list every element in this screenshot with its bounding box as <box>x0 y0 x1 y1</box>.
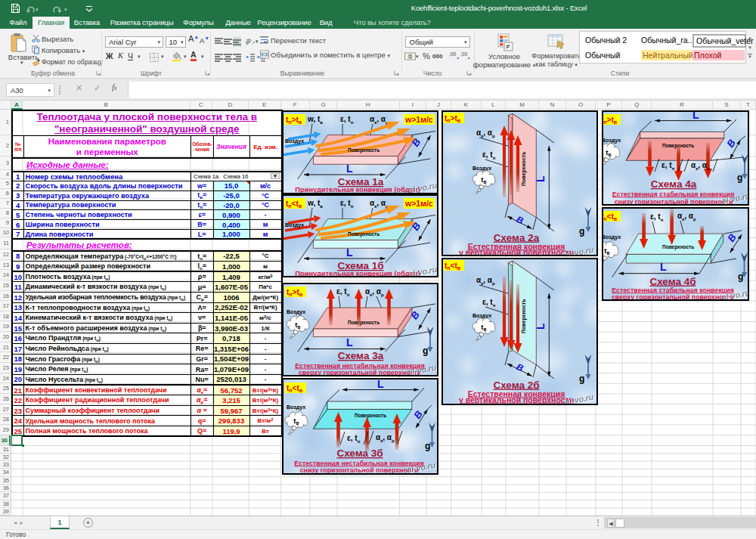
svg-text:L: L <box>692 110 699 121</box>
svg-text:Поверхность: Поверхность <box>662 244 694 250</box>
svg-text:Естественная нестабильная конв: Естественная нестабильная конвекция <box>294 460 424 467</box>
svg-text:L: L <box>346 246 353 259</box>
svg-text:Воздух: Воздух <box>472 166 491 172</box>
svg-text:≠: ≠ <box>506 42 510 51</box>
svg-text:g: g <box>425 441 430 451</box>
svg-text:Естественная стабильная конвек: Естественная стабильная конвекция <box>612 191 735 198</box>
svg-text:Воздух: Воздух <box>285 222 304 228</box>
svg-text:Поверхность: Поверхность <box>521 151 527 186</box>
svg-text:Поверхность: Поверхность <box>348 320 380 326</box>
svg-text:g: g <box>579 373 584 384</box>
svg-text:Схема 4б: Схема 4б <box>649 276 696 287</box>
svg-text:Воздух: Воздух <box>287 309 305 315</box>
svg-text:L: L <box>534 175 547 182</box>
svg-text:ab: ab <box>246 36 253 45</box>
svg-text:снизу горизонтальной поверхнос: снизу горизонтальной поверхности <box>300 466 419 474</box>
svg-text:▾: ▾ <box>64 7 67 12</box>
svg-text:Схема 4а: Схема 4а <box>651 178 697 190</box>
svg-text:Принудительная конвекция (обду: Принудительная конвекция (обдув) <box>295 186 420 194</box>
svg-text:g: g <box>737 172 742 183</box>
svg-text:у вертикальной поверхности: у вертикальной поверхности <box>459 395 574 404</box>
svg-text:L: L <box>534 323 547 330</box>
svg-text:L: L <box>346 163 353 175</box>
svg-text:Естественная нестабильная конв: Естественная нестабильная конвекция <box>295 362 425 370</box>
svg-text:g: g <box>738 271 743 282</box>
svg-text:Воздух: Воздух <box>602 234 621 240</box>
svg-text:,00: ,00 <box>460 51 467 57</box>
svg-text:Воздух: Воздух <box>602 138 621 144</box>
svg-text:▾: ▾ <box>36 7 39 12</box>
svg-text:w>1м/с: w>1м/с <box>404 115 433 124</box>
svg-text:Схема 3а: Схема 3а <box>338 350 384 361</box>
svg-text:Воздух: Воздух <box>285 138 304 144</box>
svg-text:Воздух: Воздух <box>287 404 305 410</box>
svg-text:w>1м/с: w>1м/с <box>404 199 433 208</box>
svg-text:Поверхность: Поверхность <box>355 413 386 419</box>
svg-text:g: g <box>579 226 584 237</box>
svg-text:L: L <box>660 261 667 273</box>
svg-text:Поверхность: Поверхность <box>348 147 380 153</box>
svg-text:Воздух: Воздух <box>472 313 491 319</box>
svg-text:Поверхность: Поверхность <box>521 299 527 333</box>
svg-text:Схема 3б: Схема 3б <box>336 448 383 459</box>
svg-text:,00: ,00 <box>449 51 456 57</box>
svg-text:L: L <box>377 378 384 390</box>
svg-text:L: L <box>346 336 353 348</box>
svg-text:g: g <box>423 345 428 356</box>
svg-text:Поверхность: Поверхность <box>348 231 380 237</box>
